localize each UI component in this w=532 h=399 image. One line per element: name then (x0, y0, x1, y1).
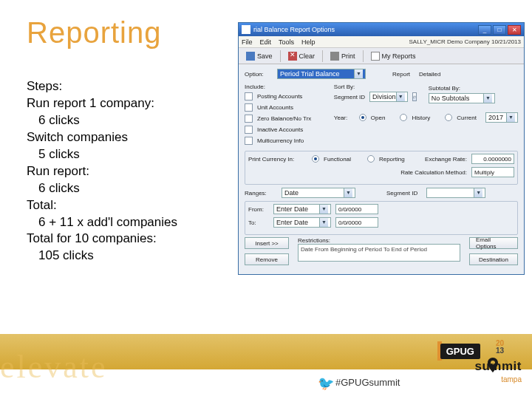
menubar: File Edit Tools Help SALLY_MICR Demo Com… (239, 36, 524, 48)
my-reports-button[interactable]: My Reports (366, 50, 420, 62)
restrictions-label: Restrictions: (298, 237, 460, 244)
menu-edit[interactable]: Edit (260, 38, 272, 46)
chevron-down-icon: ▼ (506, 113, 515, 122)
segment-combo[interactable]: Division▼ (369, 92, 408, 102)
zero-checkbox[interactable] (245, 115, 253, 123)
unit-label: Unit Accounts (257, 104, 293, 111)
chevron-down-icon: ▼ (354, 69, 363, 78)
reporting-label: Reporting (379, 156, 405, 163)
print-button[interactable]: Print (326, 50, 360, 62)
year-combo[interactable]: 2017▼ (485, 112, 518, 123)
step-line: Run report: (27, 163, 177, 180)
slide-title: Reporting (27, 16, 161, 50)
report-label: Report (392, 71, 410, 78)
clear-button[interactable]: Clear (284, 50, 320, 62)
report-value: Detailed (419, 71, 440, 78)
reporting-radio[interactable] (367, 155, 375, 163)
gpug-text: GPUG (440, 344, 480, 359)
window-titlebar: rial Balance Report Options _ □ ✕ (239, 23, 524, 36)
step-detail: 6 + 11 x add'l companies (27, 214, 177, 231)
current-radio[interactable] (445, 114, 452, 121)
ranges-label: Ranges: (245, 190, 277, 197)
step-line: Total for 10 companies: (27, 231, 177, 248)
reports-icon (371, 52, 380, 61)
save-icon (246, 52, 255, 61)
currency-group: Print Currency In: Functional Reporting … (245, 151, 518, 185)
subtotal-label: Subtotal By: (429, 85, 518, 92)
option-combo[interactable]: Period Trial Balance▼ (277, 69, 366, 79)
insert-button[interactable]: Insert >> (245, 237, 289, 249)
elevate-text: elevate (0, 348, 108, 386)
step-line: Total: (27, 197, 177, 214)
open-radio[interactable] (359, 114, 366, 121)
save-button[interactable]: Save (242, 50, 277, 62)
menu-tools[interactable]: Tools (279, 38, 294, 46)
report-options-window: rial Balance Report Options _ □ ✕ File E… (238, 22, 525, 275)
ranges-seg-combo[interactable]: ▼ (426, 188, 485, 198)
tampa-text: tampa (501, 375, 522, 383)
lookup-icon[interactable]: ⌕ (412, 92, 417, 101)
step-detail: 5 clicks (27, 146, 177, 163)
zero-label: Zero Balance/No Trx (257, 115, 311, 122)
chevron-down-icon: ▼ (344, 188, 352, 197)
window-body: Option: Period Trial Balance▼ Report Det… (239, 64, 524, 274)
restrictions-list[interactable]: Date From Beginning of Period To End of … (298, 244, 460, 262)
maximize-button[interactable]: □ (493, 25, 506, 35)
fromto-group: From: Enter Date▼ 0/0/0000 To: Enter Dat… (245, 201, 518, 235)
calc-value: Multiply (471, 167, 514, 177)
twitter-icon: 🐦 (318, 375, 334, 392)
subtotal-combo[interactable]: No Subtotals▼ (429, 93, 495, 103)
from-label: From: (248, 206, 269, 213)
steps-heading: Steps: (27, 78, 177, 95)
chevron-down-icon: ▼ (319, 205, 328, 214)
print-currency-label: Print Currency In: (248, 156, 307, 163)
open-label: Open (371, 115, 386, 121)
close-button[interactable]: ✕ (508, 25, 521, 35)
functional-radio[interactable] (312, 155, 319, 163)
window-title: rial Balance Report Options (253, 26, 477, 33)
step-detail: 105 clicks (27, 248, 177, 265)
summit-text: summit (475, 359, 522, 374)
to-type-combo[interactable]: Enter Date▼ (273, 217, 331, 228)
to-date-input[interactable]: 0/0/0000 (335, 217, 378, 228)
year-label: Year: (334, 115, 355, 121)
unit-checkbox[interactable] (245, 103, 253, 112)
separator (363, 50, 364, 62)
to-label: To: (248, 219, 269, 226)
rate-input[interactable]: 0.0000000 (471, 154, 514, 164)
mc-checkbox[interactable] (245, 137, 253, 145)
footer: GPUG 2013 summit elevate 🐦 #GPUGsummit t… (0, 334, 532, 399)
calc-label: Rate Calculation Method: (400, 169, 467, 176)
step-detail: 6 clicks (27, 180, 177, 197)
clear-icon (288, 52, 297, 61)
destination-button[interactable]: Destination (469, 253, 518, 265)
from-date-input[interactable]: 0/0/0000 (335, 204, 378, 214)
ranges-seg-label: Segment ID (386, 190, 417, 197)
history-radio[interactable] (400, 114, 407, 121)
from-type-combo[interactable]: Enter Date▼ (273, 204, 331, 214)
gpug-logo: GPUG (437, 341, 480, 361)
separator (280, 50, 281, 62)
history-label: History (412, 115, 430, 121)
posting-checkbox[interactable] (245, 92, 253, 100)
minimize-button[interactable]: _ (478, 25, 491, 35)
option-label: Option: (245, 71, 273, 78)
toolbar: Save Clear Print My Reports (239, 48, 524, 64)
ranges-combo[interactable]: Date▼ (282, 188, 355, 198)
email-options-button[interactable]: Email Options (469, 237, 518, 249)
inactive-checkbox[interactable] (245, 126, 253, 134)
steps-block: Steps: Run report 1 company: 6 clicks Sw… (27, 78, 177, 265)
menu-help[interactable]: Help (301, 38, 316, 46)
step-line: Run report 1 company: (27, 95, 177, 112)
remove-button[interactable]: Remove (245, 253, 289, 265)
chevron-down-icon: ▼ (319, 218, 328, 227)
step-detail: 6 clicks (27, 112, 177, 129)
print-icon (330, 52, 339, 61)
segment-label: Segment ID (334, 94, 365, 100)
posting-label: Posting Accounts (257, 93, 302, 100)
inactive-label: Inactive Accounts (257, 126, 303, 133)
mc-label: Multicurrency Info (257, 137, 304, 144)
menu-file[interactable]: File (242, 38, 253, 46)
year-badge: 2013 (496, 340, 504, 355)
chevron-down-icon: ▼ (396, 92, 405, 101)
